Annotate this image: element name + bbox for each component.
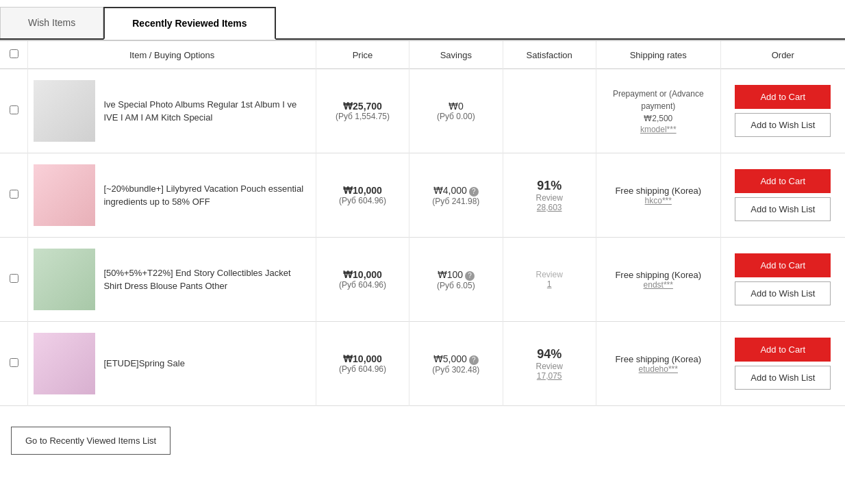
header-satisfaction: Satisfaction xyxy=(503,40,596,69)
row-checkbox-0[interactable] xyxy=(10,105,18,114)
tabs-container: Wish Items Recently Reviewed Items xyxy=(0,7,845,40)
savings-info-icon[interactable]: ? xyxy=(465,271,475,281)
product-cell: [50%+5%+T22%] End Story Collectibles Jac… xyxy=(28,238,316,322)
add-to-wish-list-button[interactable]: Add to Wish List xyxy=(735,366,831,390)
seller-link[interactable]: etudeho*** xyxy=(602,364,715,374)
table-row: [~20%bundle+] Lilybyred Vacation Pouch e… xyxy=(0,153,845,238)
price-main: ₩25,700 xyxy=(322,101,403,112)
row-checkbox-2[interactable] xyxy=(10,274,18,283)
savings-sub: (Руб 6.05) xyxy=(415,281,496,290)
product-name: [~20%bundle+] Lilybyred Vacation Pouch e… xyxy=(103,182,310,209)
savings-cell: ₩4,000? (Руб 241.98) xyxy=(409,153,503,238)
shipping-cell: Free shipping (Korea) etudeho*** xyxy=(596,322,720,406)
header-item: Item / Buying Options xyxy=(28,40,316,69)
satisfaction-cell xyxy=(503,69,596,153)
header-checkbox xyxy=(0,40,28,69)
product-image xyxy=(34,333,95,394)
header-price: Price xyxy=(316,40,409,69)
shipping-fee: ₩2,500 xyxy=(602,112,715,125)
savings-sub: (Руб 0.00) xyxy=(415,112,496,121)
add-to-wish-list-button[interactable]: Add to Wish List xyxy=(735,197,831,221)
savings-info-icon[interactable]: ? xyxy=(469,187,479,197)
add-to-cart-button[interactable]: Add to Cart xyxy=(735,253,831,277)
seller-link[interactable]: kmodel*** xyxy=(602,125,715,134)
price-sub: (Руб 604.96) xyxy=(322,196,403,205)
product-image xyxy=(34,249,95,310)
price-cell: ₩10,000 (Руб 604.96) xyxy=(316,153,409,238)
header-savings: Savings xyxy=(409,40,503,69)
order-cell: Add to Cart Add to Wish List xyxy=(720,69,845,153)
seller-link[interactable]: hkco*** xyxy=(602,196,715,205)
satisfaction-label: Review xyxy=(509,362,590,371)
shipping-main: Free shipping (Korea) xyxy=(602,186,715,196)
product-name: Ive Special Photo Albums Regular 1st Alb… xyxy=(103,98,310,125)
product-cell: [ETUDE]Spring Sale xyxy=(28,322,316,406)
add-to-cart-button[interactable]: Add to Cart xyxy=(735,85,831,109)
add-to-wish-list-button[interactable]: Add to Wish List xyxy=(735,281,831,305)
shipping-cell: Free shipping (Korea) endst*** xyxy=(596,238,720,322)
price-main: ₩10,000 xyxy=(322,185,403,196)
satisfaction-pct: 91% xyxy=(509,179,590,193)
select-all-checkbox[interactable] xyxy=(10,49,18,58)
table-row: [ETUDE]Spring Sale ₩10,000 (Руб 604.96) … xyxy=(0,322,845,406)
savings-main: ₩4,000? xyxy=(415,185,496,197)
product-name: [ETUDE]Spring Sale xyxy=(103,357,185,370)
tab-wish[interactable]: Wish Items xyxy=(0,7,103,38)
savings-main: ₩5,000? xyxy=(415,353,496,365)
row-checkbox-cell xyxy=(0,153,28,238)
satisfaction-count[interactable]: 1 xyxy=(509,279,590,289)
satisfaction-count[interactable]: 28,603 xyxy=(509,203,590,212)
shipping-cell: Free shipping (Korea) hkco*** xyxy=(596,153,720,238)
satisfaction-count[interactable]: 17,075 xyxy=(509,371,590,381)
row-checkbox-cell xyxy=(0,322,28,406)
satisfaction-label: Review xyxy=(509,270,590,279)
header-shipping: Shipping rates xyxy=(596,40,720,69)
savings-sub: (Руб 241.98) xyxy=(415,197,496,206)
savings-sub: (Руб 302.48) xyxy=(415,365,496,375)
seller-link[interactable]: endst*** xyxy=(602,280,715,290)
product-image xyxy=(34,164,95,226)
shipping-cell: Prepayment or (Advance payment) ₩2,500 k… xyxy=(596,69,720,153)
row-checkbox-1[interactable] xyxy=(10,190,18,199)
satisfaction-pct: 94% xyxy=(509,347,590,362)
product-cell: Ive Special Photo Albums Regular 1st Alb… xyxy=(28,69,316,153)
header-order: Order xyxy=(720,40,845,69)
go-to-recently-viewed-button[interactable]: Go to Recently Viewed Items List xyxy=(11,427,171,455)
product-image xyxy=(34,80,95,142)
satisfaction-label: Review xyxy=(509,193,590,203)
shipping-main: Free shipping (Korea) xyxy=(602,270,715,280)
product-name: [50%+5%+T22%] End Story Collectibles Jac… xyxy=(103,266,310,293)
row-checkbox-3[interactable] xyxy=(10,358,18,367)
savings-main: ₩100? xyxy=(415,269,496,281)
price-sub: (Руб 604.96) xyxy=(322,364,403,374)
table-row: Ive Special Photo Albums Regular 1st Alb… xyxy=(0,69,845,153)
add-to-cart-button[interactable]: Add to Cart xyxy=(735,338,831,362)
order-cell: Add to Cart Add to Wish List xyxy=(720,238,845,322)
savings-cell: ₩0 (Руб 0.00) xyxy=(409,69,503,153)
shipping-main: Free shipping (Korea) xyxy=(602,354,715,364)
savings-info-icon[interactable]: ? xyxy=(469,355,479,365)
add-to-wish-list-button[interactable]: Add to Wish List xyxy=(735,113,831,137)
price-cell: ₩10,000 (Руб 604.96) xyxy=(316,322,409,406)
shipping-main: Prepayment or (Advance payment) xyxy=(602,88,715,112)
savings-cell: ₩5,000? (Руб 302.48) xyxy=(409,322,503,406)
price-sub: (Руб 1,554.75) xyxy=(322,112,403,121)
product-cell: [~20%bundle+] Lilybyred Vacation Pouch e… xyxy=(28,153,316,238)
add-to-cart-button[interactable]: Add to Cart xyxy=(735,169,831,193)
savings-main: ₩0 xyxy=(415,101,496,112)
satisfaction-cell: 94% Review 17,075 xyxy=(503,322,596,406)
order-cell: Add to Cart Add to Wish List xyxy=(720,322,845,406)
satisfaction-cell: Review 1 xyxy=(503,238,596,322)
savings-cell: ₩100? (Руб 6.05) xyxy=(409,238,503,322)
satisfaction-cell: 91% Review 28,603 xyxy=(503,153,596,238)
price-cell: ₩25,700 (Руб 1,554.75) xyxy=(316,69,409,153)
order-cell: Add to Cart Add to Wish List xyxy=(720,153,845,238)
footer-buttons: Go to Recently Viewed Items List xyxy=(0,420,845,462)
price-main: ₩10,000 xyxy=(322,353,403,364)
row-checkbox-cell xyxy=(0,238,28,322)
products-table: Item / Buying Options Price Savings Sati… xyxy=(0,40,845,406)
price-cell: ₩10,000 (Руб 604.96) xyxy=(316,238,409,322)
price-sub: (Руб 604.96) xyxy=(322,280,403,290)
table-row: [50%+5%+T22%] End Story Collectibles Jac… xyxy=(0,238,845,322)
tab-recently-reviewed[interactable]: Recently Reviewed Items xyxy=(103,7,275,40)
